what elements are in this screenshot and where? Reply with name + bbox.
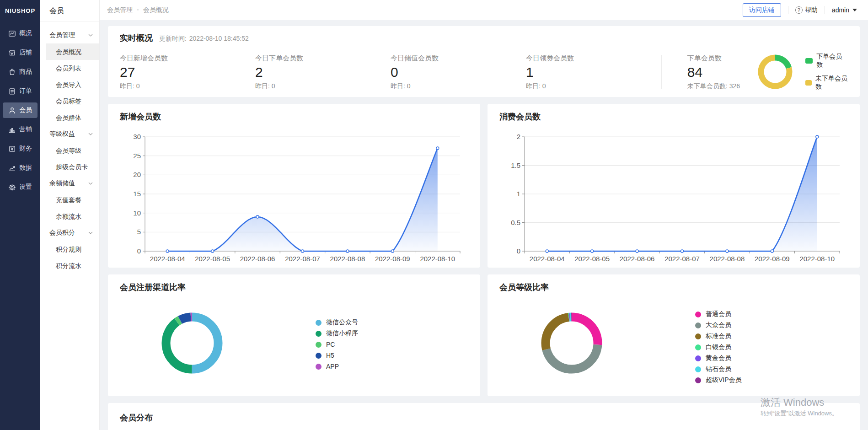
svg-text:10: 10 (133, 209, 141, 217)
nav-item-member-tags[interactable]: 会员标签 (40, 93, 99, 109)
data-icon (8, 164, 16, 172)
legend-marker (695, 312, 701, 317)
nav-group-member-manage[interactable]: 会员管理 (40, 27, 99, 43)
chevron-down-icon (852, 9, 857, 11)
chart-title: 会员注册渠道比率 (120, 282, 468, 293)
svg-text:30: 30 (133, 133, 141, 140)
legend-item[interactable]: H5 (316, 351, 358, 360)
sidebar-item-finance[interactable]: 财务 (3, 141, 38, 156)
legend-label: 未下单会员数 (815, 75, 848, 91)
stat-value: 27 (120, 64, 255, 80)
nav-item-member-level[interactable]: 会员等级 (40, 142, 99, 159)
legend-label: 大众会员 (706, 321, 731, 329)
svg-text:15: 15 (133, 190, 141, 198)
svg-text:2022-08-04: 2022-08-04 (150, 255, 185, 263)
order-ratio-legend: 下单会员数未下单会员数 (805, 53, 848, 91)
nav-item-member-groups[interactable]: 会员群体 (40, 109, 99, 126)
legend-label: 黄金会员 (706, 354, 731, 362)
svg-text:1.5: 1.5 (511, 161, 520, 169)
nav-item-member-overview[interactable]: 会员概况 (46, 43, 99, 60)
legend-item[interactable]: PC (316, 340, 358, 349)
nav-group-level-rights[interactable]: 等级权益 (40, 126, 99, 142)
svg-text:2022-08-07: 2022-08-07 (664, 255, 700, 263)
legend-item[interactable]: 微信小程序 (316, 329, 358, 338)
svg-text:0: 0 (137, 247, 141, 255)
shop-icon (8, 49, 16, 57)
visit-shop-button[interactable]: 访问店铺 (743, 3, 781, 17)
realtime-header: 实时概况 更新时间: 2022-08-10 18:45:52 (120, 32, 848, 43)
today-stat: 今日领券会员数1昨日: 0 (526, 54, 661, 90)
legend-item[interactable]: APP (316, 362, 358, 371)
breadcrumb-current[interactable]: 会员概况 (143, 6, 169, 14)
breadcrumb-parent[interactable]: 会员管理 (107, 6, 133, 14)
stat-sub: 昨日: 0 (526, 82, 661, 90)
today-stats: 今日新增会员数27昨日: 0今日下单会员数2昨日: 0今日储值会员数0昨日: 0… (120, 54, 661, 90)
nav-group-member-points[interactable]: 会员积分 (40, 225, 99, 241)
sidebar-item-settings[interactable]: 设置 (3, 179, 38, 195)
legend-marker (805, 58, 813, 64)
new-members-line-chart: 0510152025302022-08-042022-08-052022-08-… (120, 129, 468, 265)
nav-item-member-import[interactable]: 会员导入 (40, 76, 99, 93)
today-stat: 今日新增会员数27昨日: 0 (120, 54, 255, 90)
svg-text:2022-08-05: 2022-08-05 (574, 255, 610, 263)
sidebar-item-shop[interactable]: 店铺 (3, 45, 38, 60)
stat-label: 下单会员数 (687, 54, 746, 62)
today-stat: 今日储值会员数0昨日: 0 (391, 54, 526, 90)
chevron-down-icon (88, 133, 93, 135)
chart-title: 会员等级比率 (499, 282, 848, 293)
app-logo: NIUSHOP (0, 0, 40, 22)
sidebar-item-label: 订单 (19, 87, 32, 95)
nav-item-points-rules[interactable]: 积分规则 (40, 241, 99, 258)
user-dropdown[interactable]: admin (832, 6, 857, 14)
legend-label: 超级VIP会员 (706, 376, 742, 384)
member-level-legend: 普通会员大众会员标准会员白银会员黄金会员钻石会员超级VIP会员 (695, 310, 742, 384)
nav-group-label: 会员积分 (49, 229, 75, 237)
sidebar-item-orders[interactable]: 订单 (3, 83, 38, 99)
member-distribution-card: 会员分布 (108, 403, 860, 430)
legend-item[interactable]: 超级VIP会员 (695, 376, 742, 384)
update-time-value: 2022-08-10 18:45:52 (189, 35, 249, 42)
legend-item[interactable]: 黄金会员 (695, 354, 742, 362)
finance-icon (8, 145, 16, 153)
chart-title: 会员分布 (120, 412, 848, 423)
primary-sidebar: NIUSHOP 概况店铺商品订单会员营销财务数据设置 (0, 0, 40, 430)
help-label: 帮助 (805, 6, 818, 14)
nav-item-super-member-card[interactable]: 超级会员卡 (40, 159, 99, 175)
nav-group-balance-store[interactable]: 余额储值 (40, 175, 99, 192)
nav-item-points-flow[interactable]: 积分流水 (40, 258, 99, 274)
svg-text:2022-08-06: 2022-08-06 (240, 255, 275, 263)
legend-item[interactable]: 大众会员 (695, 321, 742, 329)
sidebar-item-members[interactable]: 会员 (3, 102, 38, 118)
legend-item[interactable]: 白银会员 (695, 343, 742, 351)
legend-marker (805, 80, 812, 86)
legend-marker (316, 364, 321, 370)
nav-item-member-list[interactable]: 会员列表 (40, 60, 99, 76)
order-ratio-donut-chart (753, 50, 797, 94)
svg-text:25: 25 (133, 152, 141, 160)
sidebar-item-overview[interactable]: 概况 (3, 26, 38, 41)
legend-label: 普通会员 (706, 310, 731, 318)
legend-item[interactable]: 标准会员 (695, 332, 742, 340)
legend-item[interactable]: 未下单会员数 (805, 75, 848, 91)
chevron-down-icon (88, 182, 93, 185)
legend-item[interactable]: 钻石会员 (695, 365, 742, 373)
sidebar-item-goods[interactable]: 商品 (3, 64, 38, 80)
module-title: 会员 (40, 0, 99, 22)
svg-text:0: 0 (517, 247, 520, 255)
help-menu[interactable]: ? 帮助 (795, 6, 818, 14)
overview-icon (8, 30, 16, 38)
svg-text:2022-08-09: 2022-08-09 (755, 255, 790, 263)
stat-value: 84 (687, 64, 746, 80)
legend-item[interactable]: 微信公众号 (316, 318, 358, 327)
legend-item[interactable]: 下单会员数 (805, 53, 848, 69)
app-root: NIUSHOP 概况店铺商品订单会员营销财务数据设置 会员 会员管理会员概况会员… (0, 0, 868, 430)
sidebar-item-marketing[interactable]: 营销 (3, 122, 38, 137)
realtime-title: 实时概况 (120, 32, 153, 43)
nav-item-balance-flow[interactable]: 余额流水 (40, 208, 99, 225)
nav-item-recharge-package[interactable]: 充值套餐 (40, 192, 99, 208)
register-channel-donut-chart (120, 296, 271, 392)
chart-title: 消费会员数 (499, 111, 848, 122)
legend-item[interactable]: 普通会员 (695, 310, 742, 318)
sidebar-item-data[interactable]: 数据 (3, 160, 38, 176)
member-level-donut-chart (499, 296, 650, 392)
